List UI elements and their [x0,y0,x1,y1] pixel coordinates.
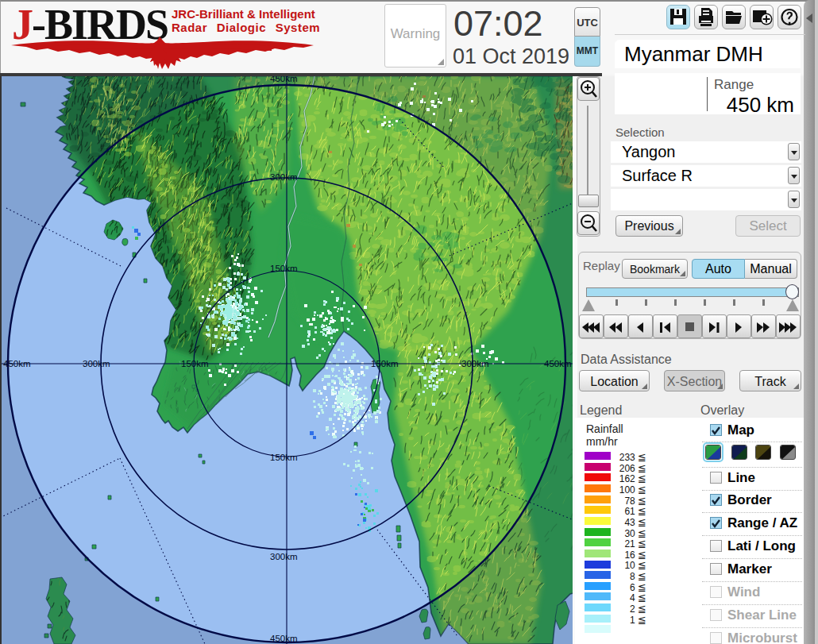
svg-text:450km: 450km [270,76,298,83]
svg-text:150km: 150km [181,359,209,368]
svg-text:450km: 450km [3,359,31,368]
svg-text:450km: 450km [544,359,572,368]
svg-text:300km: 300km [270,552,298,561]
svg-text:450km: 450km [270,634,298,643]
svg-text:300km: 300km [270,172,298,182]
svg-text:300km: 300km [83,359,110,368]
svg-text:150km: 150km [270,453,298,462]
svg-text:150km: 150km [371,359,399,368]
svg-text:150km: 150km [270,264,298,273]
svg-text:300km: 300km [461,359,489,368]
